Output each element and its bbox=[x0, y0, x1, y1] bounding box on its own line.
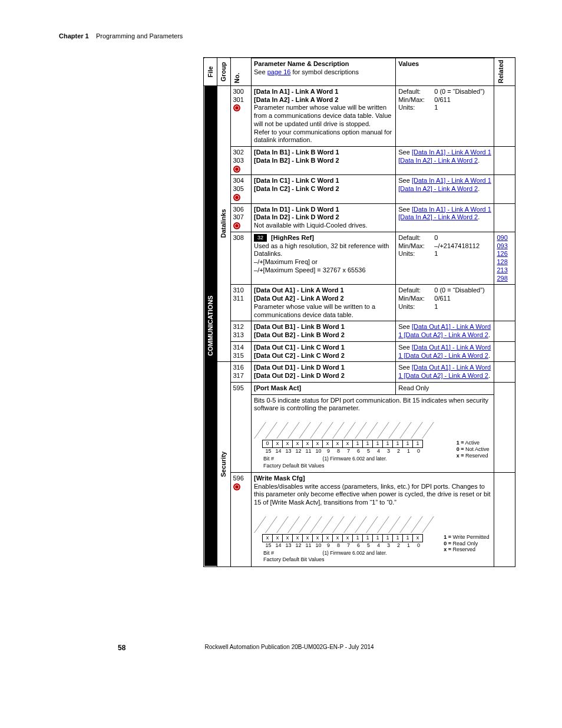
bit32-tag: 32 bbox=[254, 234, 267, 242]
col-no: No. bbox=[230, 58, 252, 85]
row-308-values: Default:0 Min/Max:–/+2147418112 Units:1 bbox=[396, 232, 494, 285]
see-link[interactable]: [Data Out A1] - Link A Word 1 [Data Out … bbox=[398, 323, 491, 338]
row-300-no: 300 301 bbox=[230, 85, 252, 146]
see-link[interactable]: [Data Out A1] - Link A Word 1 [Data Out … bbox=[398, 344, 491, 359]
stop-icon bbox=[233, 166, 240, 173]
related-link[interactable]: 128 bbox=[497, 258, 507, 265]
group-datalinks: Datalinks bbox=[217, 85, 230, 362]
row-596-no: 596 bbox=[230, 472, 252, 566]
row-304-values: See [Data In A1] - Link A Word 1 [Data I… bbox=[396, 175, 494, 203]
row-314-no: 314 315 bbox=[230, 341, 252, 362]
row-316-no: 316 317 bbox=[230, 362, 252, 383]
related-link[interactable]: 090 bbox=[497, 234, 507, 241]
chapter-label: Chapter 1 bbox=[59, 32, 89, 39]
row-308-desc: 32 [HighRes Ref] Used as a high resoluti… bbox=[252, 232, 396, 285]
related-link[interactable]: 213 bbox=[497, 266, 507, 274]
row-304-no: 304 305 bbox=[230, 175, 252, 203]
row-312-values: See [Data Out A1] - Link A Word 1 [Data … bbox=[396, 321, 494, 342]
bit-legend-596: 1 = Write Permitted 0 = Read Only x = Re… bbox=[444, 534, 489, 553]
row-302-no: 302 303 bbox=[230, 147, 252, 175]
chapter-title: Programming and Parameters bbox=[96, 32, 183, 39]
row-308-no: 308 bbox=[230, 232, 252, 285]
bit-diagram-595: 0xxx xxxx x111 1111 15141312 111098 7654… bbox=[254, 419, 491, 470]
see-prefix: See bbox=[254, 68, 267, 75]
bit-legend-595: 1 = Active 0 = Not Active x = Reserved bbox=[457, 440, 490, 459]
row-314-desc: [Data Out C1] - Link C Word 1 [Data Out … bbox=[252, 341, 396, 362]
see-page-link[interactable]: page 16 bbox=[267, 68, 291, 75]
col-param: Parameter Name & Description See page 16… bbox=[252, 58, 396, 85]
row-300-related bbox=[494, 85, 515, 146]
related-link[interactable]: 093 bbox=[497, 242, 507, 249]
row-302-desc: [Data In B1] - Link B Word 1 [Data In B2… bbox=[252, 147, 396, 175]
row-595-readonly: Read Only bbox=[396, 382, 494, 394]
related-link[interactable]: 298 bbox=[497, 275, 507, 282]
col-related: Related bbox=[494, 58, 515, 85]
running-head: Chapter 1 Programming and Parameters bbox=[59, 32, 520, 39]
col-group: Group bbox=[217, 58, 230, 85]
related-link[interactable]: 126 bbox=[497, 250, 507, 257]
row-306-desc: [Data In D1] - Link D Word 1 [Data In D2… bbox=[252, 203, 396, 232]
col-file: File bbox=[204, 58, 217, 85]
publication-footer: Rockwell Automation Publication 20B-UM00… bbox=[59, 644, 520, 650]
stop-icon bbox=[233, 483, 240, 490]
stop-icon bbox=[233, 104, 240, 111]
row-300-values: Default:0 (0 = “Disabled”) Min/Max:0/611… bbox=[396, 85, 494, 146]
row-595-body: Bits 0-5 indicate status for DPI port co… bbox=[252, 394, 494, 472]
row-595-name: [Port Mask Act] bbox=[252, 382, 396, 394]
row-302-values: See [Data In A1] - Link A Word 1 [Data I… bbox=[396, 147, 494, 175]
stop-icon bbox=[233, 194, 240, 201]
see-suffix: for symbol descriptions bbox=[290, 68, 359, 75]
row-316-desc: [Data Out D1] - Link D Word 1 [Data Out … bbox=[252, 362, 396, 383]
page-number: 58 bbox=[118, 644, 125, 652]
stop-icon bbox=[233, 222, 240, 229]
row-310-values: Default:0 (0 = “Disabled”) Min/Max:0/611… bbox=[396, 285, 494, 321]
row-314-values: See [Data Out A1] - Link A Word 1 [Data … bbox=[396, 341, 494, 362]
parameter-table: File Group No. Parameter Name & Descript… bbox=[203, 57, 515, 567]
row-595-no: 595 bbox=[230, 382, 252, 472]
row-310-no: 310 311 bbox=[230, 285, 252, 321]
row-310-desc: [Data Out A1] - Link A Word 1 [Data Out … bbox=[252, 285, 396, 321]
see-link[interactable]: [Data Out A1] - Link A Word 1 [Data Out … bbox=[398, 364, 491, 379]
col-param-title: Parameter Name & Description bbox=[254, 60, 349, 67]
row-304-desc: [Data In C1] - Link C Word 1 [Data In C2… bbox=[252, 175, 396, 203]
row-312-no: 312 313 bbox=[230, 321, 252, 342]
row-300-desc: [Data In A1] - Link A Word 1 [Data In A2… bbox=[252, 85, 396, 146]
row-312-desc: [Data Out B1] - Link B Word 1 [Data Out … bbox=[252, 321, 396, 342]
group-security: Security bbox=[217, 362, 230, 566]
bit-diagram-596: xxxx xxxx x111 111x 15141312 111098 7654… bbox=[254, 513, 491, 565]
row-306-no: 306 307 bbox=[230, 203, 252, 232]
row-308-related: 090 093 126 128 213 298 bbox=[494, 232, 515, 285]
file-communications: COMMUNICATIONS bbox=[204, 85, 217, 566]
row-316-values: See [Data Out A1] - Link A Word 1 [Data … bbox=[396, 362, 494, 383]
row-306-values: See [Data In A1] - Link A Word 1 [Data I… bbox=[396, 203, 494, 232]
col-values: Values bbox=[396, 58, 494, 85]
row-596-body: [Write Mask Cfg] Enables/disables write … bbox=[252, 472, 494, 566]
